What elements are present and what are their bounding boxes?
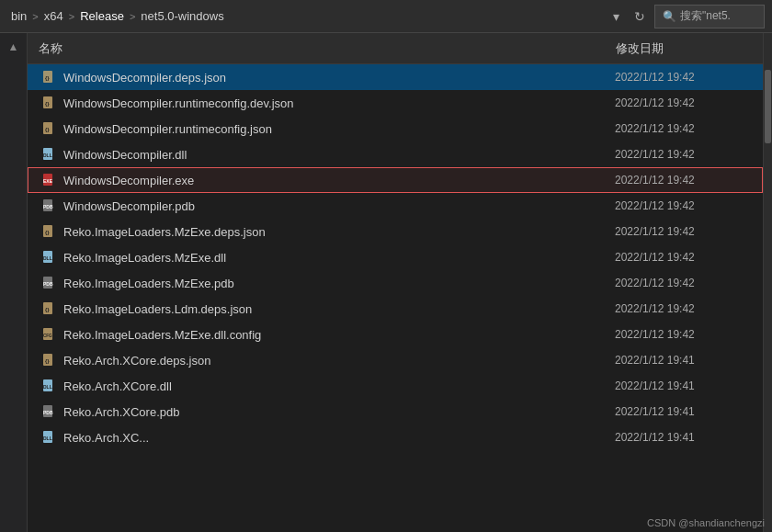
file-name: WindowsDecompiler.dll	[63, 148, 615, 162]
file-date: 2022/1/12 19:42	[615, 225, 762, 238]
file-name: Reko.ImageLoaders.MzExe.dll	[63, 251, 615, 265]
file-name: Reko.ImageLoaders.Ldm.deps.json	[63, 302, 615, 316]
scrollbar-thumb	[765, 70, 771, 143]
svg-text:{}: {}	[45, 307, 50, 312]
table-row[interactable]: EXEWindowsDecompiler.exe2022/1/12 19:42	[28, 167, 763, 193]
right-scrollbar[interactable]	[763, 33, 772, 532]
search-text: 搜索"net5.	[680, 8, 731, 24]
sep-3: >	[128, 11, 137, 22]
svg-text:{}: {}	[45, 127, 50, 132]
json-icon: {}	[40, 68, 58, 86]
column-name-header[interactable]: 名称	[39, 40, 616, 57]
file-date: 2022/1/12 19:42	[615, 71, 762, 84]
table-row[interactable]: PDBWindowsDecompiler.pdb2022/1/12 19:42	[28, 193, 763, 219]
svg-text:PDB: PDB	[43, 410, 53, 415]
table-row[interactable]: DLLReko.Arch.XC...2022/1/12 19:41	[28, 424, 763, 450]
config-icon: CFG	[40, 325, 58, 344]
table-row[interactable]: PDBReko.ImageLoaders.MzExe.pdb2022/1/12 …	[28, 270, 763, 296]
file-date: 2022/1/12 19:42	[615, 328, 762, 341]
pdb-icon: PDB	[40, 402, 58, 421]
file-name: Reko.Arch.XCore.dll	[63, 379, 615, 393]
file-name: WindowsDecompiler.deps.json	[63, 71, 615, 85]
file-name: WindowsDecompiler.pdb	[63, 199, 615, 213]
dll-icon: DLL	[40, 377, 58, 395]
file-name: Reko.Arch.XCore.pdb	[63, 405, 615, 419]
file-date: 2022/1/12 19:41	[615, 405, 762, 418]
dll-icon: DLL	[40, 145, 58, 164]
pdb-icon: PDB	[40, 197, 58, 215]
svg-text:CFG: CFG	[43, 334, 52, 338]
address-bar: bin > x64 > Release > net5.0-windows ▾ ↻…	[0, 0, 772, 33]
file-name: WindowsDecompiler.exe	[63, 174, 615, 187]
file-date: 2022/1/12 19:42	[615, 122, 762, 135]
watermark: CSDN @shandianchengzi	[647, 517, 765, 528]
file-date: 2022/1/12 19:42	[615, 148, 762, 161]
table-row[interactable]: {}WindowsDecompiler.runtimeconfig.dev.js…	[28, 90, 763, 116]
svg-text:{}: {}	[45, 358, 50, 364]
breadcrumb-net5[interactable]: net5.0-windows	[137, 9, 227, 23]
json-icon: {}	[40, 300, 58, 318]
json-icon: {}	[40, 351, 58, 369]
breadcrumb-x64[interactable]: x64	[40, 9, 67, 23]
file-name: Reko.Arch.XCore.deps.json	[63, 354, 615, 368]
sep-1: >	[30, 11, 40, 22]
dropdown-button[interactable]: ▾	[607, 6, 625, 28]
dll-icon: DLL	[40, 428, 58, 447]
svg-text:PDB: PDB	[43, 281, 53, 287]
file-date: 2022/1/12 19:42	[615, 96, 762, 109]
svg-text:DLL: DLL	[43, 384, 52, 390]
file-date: 2022/1/12 19:42	[615, 199, 762, 212]
svg-text:DLL: DLL	[43, 255, 52, 261]
search-box: 🔍 搜索"net5.	[654, 5, 765, 28]
exe-icon: EXE	[40, 171, 58, 189]
svg-text:{}: {}	[45, 230, 50, 235]
left-panel: ▲	[0, 33, 28, 532]
breadcrumb: bin > x64 > Release > net5.0-windows	[7, 0, 600, 32]
file-name: Reko.ImageLoaders.MzExe.pdb	[63, 277, 615, 290]
scroll-up-button[interactable]: ▲	[5, 37, 23, 57]
table-row[interactable]: DLLReko.Arch.XCore.dll2022/1/12 19:41	[28, 373, 763, 399]
column-date-header[interactable]: 修改日期	[616, 40, 763, 57]
file-date: 2022/1/12 19:41	[615, 379, 762, 392]
file-date: 2022/1/12 19:42	[615, 277, 762, 289]
table-row[interactable]: DLLReko.ImageLoaders.MzExe.dll2022/1/12 …	[28, 244, 763, 270]
json-icon: {}	[40, 222, 58, 241]
svg-text:PDB: PDB	[43, 204, 53, 209]
table-row[interactable]: {}Reko.ImageLoaders.MzExe.deps.json2022/…	[28, 219, 763, 244]
table-row[interactable]: PDBReko.Arch.XCore.pdb2022/1/12 19:41	[28, 399, 763, 424]
breadcrumb-release[interactable]: Release	[76, 9, 128, 23]
address-right: ▾ ↻ 🔍 搜索"net5.	[607, 5, 765, 28]
file-list[interactable]: {}WindowsDecompiler.deps.json2022/1/12 1…	[28, 64, 763, 532]
table-row[interactable]: CFGReko.ImageLoaders.MzExe.dll.config202…	[28, 322, 763, 347]
file-date: 2022/1/12 19:41	[615, 354, 762, 367]
main-area: ▲ 名称 修改日期 {}WindowsDecompiler.deps.json2…	[0, 33, 772, 532]
dll-icon: DLL	[40, 248, 58, 266]
svg-text:DLL: DLL	[43, 436, 52, 441]
refresh-button[interactable]: ↻	[629, 6, 651, 28]
file-date: 2022/1/12 19:41	[615, 431, 762, 444]
file-area: 名称 修改日期 {}WindowsDecompiler.deps.json202…	[28, 33, 763, 532]
svg-text:{}: {}	[45, 75, 50, 81]
breadcrumb-bin[interactable]: bin	[7, 9, 30, 23]
svg-text:{}: {}	[45, 101, 50, 107]
file-date: 2022/1/12 19:42	[615, 251, 762, 264]
table-row[interactable]: {}WindowsDecompiler.runtimeconfig.json20…	[28, 116, 763, 141]
file-name: WindowsDecompiler.runtimeconfig.dev.json	[63, 96, 615, 110]
file-name: Reko.Arch.XC...	[63, 431, 615, 445]
table-row[interactable]: {}Reko.Arch.XCore.deps.json2022/1/12 19:…	[28, 347, 763, 373]
json-icon: {}	[40, 119, 58, 138]
json-icon: {}	[40, 94, 58, 112]
file-date: 2022/1/12 19:42	[615, 302, 762, 315]
table-row[interactable]: DLLWindowsDecompiler.dll2022/1/12 19:42	[28, 141, 763, 167]
sep-2: >	[67, 11, 76, 22]
svg-text:DLL: DLL	[43, 153, 52, 158]
file-name: Reko.ImageLoaders.MzExe.deps.json	[63, 225, 615, 239]
file-name: WindowsDecompiler.runtimeconfig.json	[63, 122, 615, 136]
file-name: Reko.ImageLoaders.MzExe.dll.config	[63, 328, 615, 342]
search-icon: 🔍	[663, 10, 676, 23]
table-row[interactable]: {}Reko.ImageLoaders.Ldm.deps.json2022/1/…	[28, 296, 763, 322]
table-row[interactable]: {}WindowsDecompiler.deps.json2022/1/12 1…	[28, 64, 763, 90]
pdb-icon: PDB	[40, 274, 58, 292]
svg-text:EXE: EXE	[43, 178, 53, 184]
file-date: 2022/1/12 19:42	[615, 174, 762, 187]
